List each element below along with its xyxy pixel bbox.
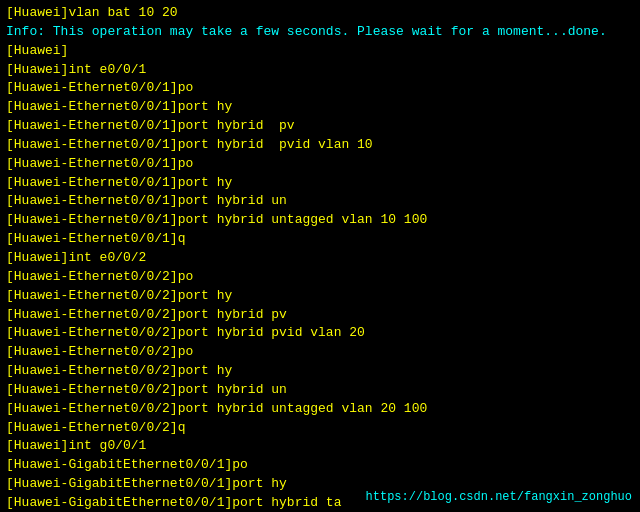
terminal-line: [Huawei-Ethernet0/0/1]port hy xyxy=(6,174,634,193)
terminal-line: [Huawei-Ethernet0/0/1]port hybrid un xyxy=(6,192,634,211)
terminal-line: [Huawei-Ethernet0/0/1]port hybrid untagg… xyxy=(6,211,634,230)
terminal-line: [Huawei-Ethernet0/0/1]port hybrid pvid v… xyxy=(6,136,634,155)
terminal-line: [Huawei-Ethernet0/0/2]port hybrid untagg… xyxy=(6,400,634,419)
terminal-line: [Huawei-Ethernet0/0/2]port hybrid un xyxy=(6,381,634,400)
watermark: https://blog.csdn.net/fangxin_zonghuo xyxy=(366,490,632,504)
terminal-line: [Huawei-Ethernet0/0/1]port hybrid pv xyxy=(6,117,634,136)
terminal-line: [Huawei] xyxy=(6,42,634,61)
terminal-line: [Huawei-Ethernet0/0/2]port hy xyxy=(6,287,634,306)
terminal-line: [Huawei-Ethernet0/0/2]port hy xyxy=(6,362,634,381)
terminal: [Huawei]vlan bat 10 20Info: This operati… xyxy=(0,0,640,512)
terminal-line: [Huawei]int g0/0/1 xyxy=(6,437,634,456)
terminal-line: [Huawei-Ethernet0/0/2]port hybrid pvid v… xyxy=(6,324,634,343)
terminal-line: [Huawei]vlan bat 10 20 xyxy=(6,4,634,23)
terminal-line: [Huawei-Ethernet0/0/2]po xyxy=(6,343,634,362)
terminal-line: [Huawei]int e0/0/1 xyxy=(6,61,634,80)
terminal-line: [Huawei-Ethernet0/0/1]port hy xyxy=(6,98,634,117)
terminal-line: Info: This operation may take a few seco… xyxy=(6,23,634,42)
terminal-line: [Huawei-Ethernet0/0/2]port hybrid pv xyxy=(6,306,634,325)
terminal-line: [Huawei-Ethernet0/0/1]q xyxy=(6,230,634,249)
terminal-line: [Huawei-GigabitEthernet0/0/1]po xyxy=(6,456,634,475)
terminal-line: [Huawei]int e0/0/2 xyxy=(6,249,634,268)
terminal-line: [Huawei-Ethernet0/0/1]po xyxy=(6,79,634,98)
terminal-line: [Huawei-Ethernet0/0/2]po xyxy=(6,268,634,287)
terminal-line: [Huawei-Ethernet0/0/1]po xyxy=(6,155,634,174)
terminal-line: [Huawei-Ethernet0/0/2]q xyxy=(6,419,634,438)
